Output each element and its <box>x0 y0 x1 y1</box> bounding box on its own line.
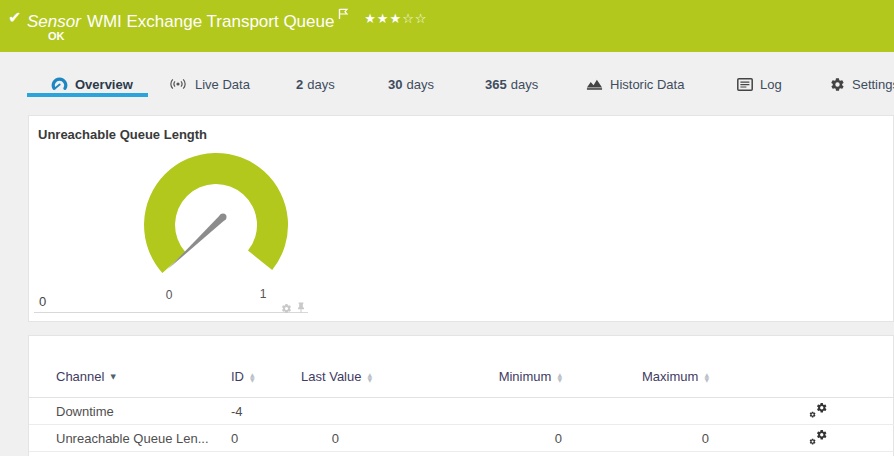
active-tab-indicator <box>27 93 148 97</box>
status-ok-check-icon: ✔ <box>8 8 21 27</box>
sort-both-icon: ▲▼ <box>367 372 372 382</box>
gauge-axis-zero-label: 0 <box>39 294 46 309</box>
tab-bar: Overview Live Data 2 days 30 days 365 da… <box>0 52 894 115</box>
gauge-baseline <box>34 312 308 313</box>
channel-settings-gears-icon[interactable] <box>809 403 827 419</box>
tab-2-days[interactable]: 2 days <box>296 73 335 95</box>
log-list-icon <box>737 78 753 91</box>
sort-both-icon: ▲▼ <box>557 372 562 382</box>
tab-historic-data-label: Historic Data <box>610 77 684 92</box>
gauge-arc <box>144 153 288 273</box>
gauge-chart: 0 1 <box>116 141 316 311</box>
gear-icon <box>830 77 845 92</box>
tab-30-days-label: days <box>406 77 433 92</box>
tab-30-days-number: 30 <box>388 77 402 92</box>
tab-365-days[interactable]: 365 days <box>485 73 538 95</box>
status-badge: OK <box>48 30 65 42</box>
channel-id: 0 <box>231 431 301 446</box>
page-title: WMI Exchange Transport Queue <box>87 12 335 31</box>
channel-maximum: 0 <box>576 431 721 446</box>
live-signal-icon <box>168 77 188 91</box>
sensor-title-row: SensorWMI Exchange Transport Queue ★★★☆☆ <box>27 5 427 32</box>
tab-30-days[interactable]: 30 days <box>388 73 434 95</box>
tab-2-days-label: days <box>307 77 334 92</box>
channel-minimum: 0 <box>461 431 576 446</box>
sensor-status-banner: ✔ SensorWMI Exchange Transport Queue ★★★… <box>0 0 894 52</box>
sort-desc-icon: ▼ <box>110 373 115 381</box>
tab-overview-label: Overview <box>75 77 133 92</box>
area-chart-icon <box>586 77 603 91</box>
column-header-last-value[interactable]: Last Value ▲▼ <box>301 369 461 384</box>
tab-365-days-label: days <box>511 77 538 92</box>
channel-table: Channel ▼ ID ▲▼ Last Value ▲▼ Minimum ▲▼… <box>29 356 894 452</box>
tab-log-label: Log <box>760 77 782 92</box>
gauge-title: Unreachable Queue Length <box>38 127 207 142</box>
channel-name[interactable]: Downtime <box>29 404 231 419</box>
tab-overview[interactable]: Overview <box>51 73 133 95</box>
gauge-scale-min: 0 <box>166 288 173 302</box>
tab-log[interactable]: Log <box>737 73 782 95</box>
column-header-minimum[interactable]: Minimum ▲▼ <box>461 369 576 384</box>
column-header-maximum[interactable]: Maximum ▲▼ <box>576 369 721 384</box>
tab-historic-data[interactable]: Historic Data <box>586 73 684 95</box>
tab-2-days-number: 2 <box>296 77 303 92</box>
table-row-unreachable-queue: Unreachable Queue Len... 0 0 0 0 <box>29 425 894 452</box>
flag-icon[interactable] <box>338 5 349 25</box>
priority-stars[interactable]: ★★★☆☆ <box>364 11 427 26</box>
column-header-id[interactable]: ID ▲▼ <box>231 369 301 384</box>
channel-last-value: 0 <box>301 431 461 446</box>
channel-table-panel: Channel ▼ ID ▲▼ Last Value ▲▼ Minimum ▲▼… <box>28 335 894 456</box>
gauge-pin-icon[interactable] <box>296 300 306 318</box>
column-header-channel[interactable]: Channel ▼ <box>29 369 231 384</box>
table-row-downtime: Downtime -4 <box>29 398 894 425</box>
gauge-settings-gear-icon[interactable] <box>281 300 292 318</box>
tab-live-data-label: Live Data <box>195 77 250 92</box>
sort-both-icon: ▲▼ <box>250 372 255 382</box>
gauge-icon <box>51 76 68 92</box>
sensor-overview-page: ✔ SensorWMI Exchange Transport Queue ★★★… <box>0 0 894 456</box>
sensor-kind-label: Sensor <box>27 12 81 31</box>
channel-settings-gears-icon[interactable] <box>809 430 827 446</box>
tab-365-days-number: 365 <box>485 77 507 92</box>
tab-live-data[interactable]: Live Data <box>168 73 250 95</box>
channel-name[interactable]: Unreachable Queue Len... <box>29 431 231 446</box>
tab-settings-label: Settings <box>852 77 894 92</box>
channel-id: -4 <box>231 404 301 419</box>
gauge-panel: Unreachable Queue Length 0 1 0 <box>28 115 894 322</box>
tab-settings[interactable]: Settings <box>830 73 894 95</box>
channel-table-header-row: Channel ▼ ID ▲▼ Last Value ▲▼ Minimum ▲▼… <box>29 356 894 398</box>
gauge-scale-max: 1 <box>260 287 267 301</box>
sort-both-icon: ▲▼ <box>704 372 709 382</box>
